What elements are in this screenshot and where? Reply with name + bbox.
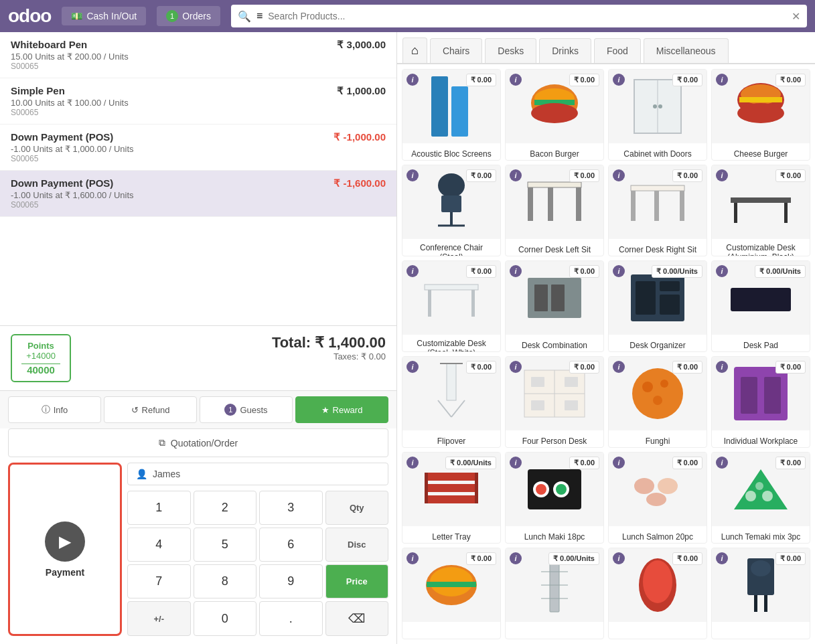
product-card-corner-desk-r[interactable]: i ₹ 0.00 Corner Desk Right Sit <box>608 165 707 256</box>
key-2[interactable]: 2 <box>194 491 257 525</box>
payment-button[interactable]: ▶ Payment <box>8 463 122 636</box>
numpad-area: ▶ Payment 👤 James 1 2 3 Qty 4 5 <box>0 463 396 644</box>
svg-rect-23 <box>631 191 636 221</box>
product-card-row6-3[interactable]: i ₹ 0.00 <box>608 548 707 639</box>
quotation-order-button[interactable]: ⧉ Quotation/Order <box>8 428 388 457</box>
info-icon: i <box>613 457 625 469</box>
product-card-letter-tray[interactable]: i ₹ 0.00/Units Letter Tray <box>402 452 501 544</box>
svg-rect-15 <box>441 195 461 212</box>
customer-button[interactable]: 👤 James <box>127 463 388 485</box>
info-icon: i <box>510 169 522 181</box>
product-card-cheese-burger[interactable]: i ₹ 0.00 Cheese Burger <box>711 69 810 161</box>
svg-rect-78 <box>427 582 476 587</box>
product-card-cabinet[interactable]: i ₹ 0.00 Cabinet with Doors <box>608 69 707 161</box>
key-3[interactable]: 3 <box>259 491 323 525</box>
tab-miscellaneous[interactable]: Miscellaneous <box>644 38 729 63</box>
product-card-flipover[interactable]: i ₹ 0.00 Flipover <box>402 356 501 448</box>
product-card-cust-desk-alum[interactable]: i ₹ 0.00 Customizable Desk (Aluminium, B… <box>711 165 810 256</box>
key-5[interactable]: 5 <box>194 528 257 562</box>
product-image: i ₹ 0.00/Units <box>609 261 707 335</box>
product-card-row6-1[interactable]: i ₹ 0.00 <box>402 548 501 639</box>
item-price: ₹ 3,000.00 <box>337 39 386 51</box>
item-details: 10.00 Units at ₹ 100.00 / Units <box>11 98 386 108</box>
product-card-row6-2[interactable]: i ₹ 0.00/Units <box>505 548 604 639</box>
svg-rect-37 <box>660 295 680 315</box>
key-9[interactable]: 9 <box>259 564 323 598</box>
svg-rect-59 <box>425 484 478 492</box>
svg-rect-50 <box>565 400 578 410</box>
key-price[interactable]: Price <box>325 564 389 598</box>
key-6[interactable]: 6 <box>259 528 323 562</box>
product-name: Desk Organizer <box>609 335 707 352</box>
product-card-desk-pad[interactable]: i ₹ 0.00/Units Desk Pad <box>711 260 810 352</box>
product-card-four-desk[interactable]: i ₹ 0.00 Four Person Desk <box>505 356 604 448</box>
product-card-cust-desk-white[interactable]: i ₹ 0.00 Customizable Desk (Steel, White… <box>402 260 501 352</box>
product-card-desk-org[interactable]: i ₹ 0.00/Units Desk Organizer <box>608 260 707 352</box>
guests-button[interactable]: 1 Guests <box>200 396 293 423</box>
order-item-selected[interactable]: ₹ -1,600.00 Down Payment (POS) -1.00 Uni… <box>0 171 396 217</box>
cash-in-out-button[interactable]: 💵 Cash In/Out <box>62 7 146 25</box>
svg-rect-18 <box>528 182 581 187</box>
info-button[interactable]: ⓘ Info <box>8 396 101 423</box>
info-icon: i <box>406 169 419 181</box>
info-icon: i <box>716 552 728 564</box>
product-name: Customizable Desk (Aluminium, Black) <box>712 239 810 256</box>
svg-point-69 <box>634 478 654 494</box>
quotation-icon: ⧉ <box>159 437 165 449</box>
search-input[interactable] <box>268 11 786 21</box>
tab-chairs[interactable]: Chairs <box>430 38 482 63</box>
product-card-lunch-maki[interactable]: i ₹ 0.00 Lunch Maki 18pc <box>505 452 604 544</box>
key-disc[interactable]: Disc <box>325 528 389 562</box>
product-card-bacon-burger[interactable]: i ₹ 0.00 Bacon Burger <box>505 69 604 161</box>
refund-button[interactable]: ↺ Refund <box>104 396 197 423</box>
product-name <box>712 622 810 639</box>
product-image: i ₹ 0.00 <box>506 70 603 143</box>
product-image: i ₹ 0.00 <box>609 70 707 143</box>
key-qty[interactable]: Qty <box>325 491 389 525</box>
info-icon: i <box>510 552 522 564</box>
product-card-desk-combo[interactable]: i ₹ 0.00 Desk Combination <box>505 260 604 352</box>
svg-rect-30 <box>428 290 431 317</box>
info-icon: i <box>510 457 522 469</box>
clear-search-icon[interactable]: ✕ <box>792 10 800 23</box>
key-1[interactable]: 1 <box>127 491 191 525</box>
product-image: i ₹ 0.00 <box>402 548 500 622</box>
tab-drinks[interactable]: Drinks <box>539 38 591 63</box>
product-card-lunch-salmon[interactable]: i ₹ 0.00 Lunch Salmon 20pc <box>608 452 707 544</box>
key-4[interactable]: 4 <box>127 528 191 562</box>
tab-desks[interactable]: Desks <box>485 38 536 63</box>
product-card-conf-chair[interactable]: i ₹ 0.00 Conference Chair (Steel) <box>402 165 501 256</box>
reward-button[interactable]: ★ Reward <box>295 396 388 423</box>
svg-rect-1 <box>451 86 468 137</box>
svg-point-52 <box>642 382 653 392</box>
item-price: ₹ -1,000.00 <box>334 131 386 143</box>
order-item[interactable]: ₹ -1,000.00 Down Payment (POS) -1.00 Uni… <box>0 125 396 171</box>
product-card-acoustic[interactable]: i ₹ 0.00 Acoustic Bloc Screens <box>402 69 501 161</box>
price-badge: ₹ 0.00 <box>775 74 806 86</box>
totals-bar: Points +14000 40000 Total: ₹ 1,400.00 Ta… <box>0 325 396 390</box>
key-dot[interactable]: . <box>259 601 323 636</box>
product-card-row6-4[interactable]: i ₹ 0.00 <box>711 548 810 639</box>
order-item[interactable]: ₹ 1,000.00 Simple Pen 10.00 Units at ₹ 1… <box>0 78 396 125</box>
orders-button[interactable]: 1 Orders <box>157 6 220 26</box>
key-0[interactable]: 0 <box>194 601 257 636</box>
item-name: Down Payment (POS) <box>11 177 386 189</box>
product-card-individual-wp[interactable]: i ₹ 0.00 Individual Workplace <box>711 356 810 448</box>
product-card-funghi[interactable]: i ₹ 0.00 Funghi <box>608 356 707 448</box>
home-tab[interactable]: ⌂ <box>402 37 427 63</box>
tab-food[interactable]: Food <box>594 38 641 63</box>
svg-point-8 <box>653 104 657 108</box>
product-card-lunch-temaki[interactable]: i ₹ 0.00 Lunch Temaki mix 3pc <box>711 452 810 544</box>
svg-point-65 <box>536 484 546 495</box>
key-plusminus[interactable]: +/- <box>127 601 191 636</box>
key-7[interactable]: 7 <box>127 564 191 598</box>
refund-icon: ↺ <box>131 405 139 415</box>
product-card-corner-desk-l[interactable]: i ₹ 0.00 Corner Desk Left Sit <box>505 165 604 256</box>
total-amount: Total: ₹ 1,400.00 <box>272 334 386 351</box>
svg-rect-24 <box>680 191 684 221</box>
key-8[interactable]: 8 <box>194 564 257 598</box>
order-item[interactable]: ₹ 3,000.00 Whiteboard Pen 15.00 Units at… <box>0 32 396 78</box>
search-bar: 🔍 ≡ ✕ <box>231 5 807 27</box>
key-backspace[interactable]: ⌫ <box>325 601 389 636</box>
price-badge: ₹ 0.00 <box>775 169 806 182</box>
